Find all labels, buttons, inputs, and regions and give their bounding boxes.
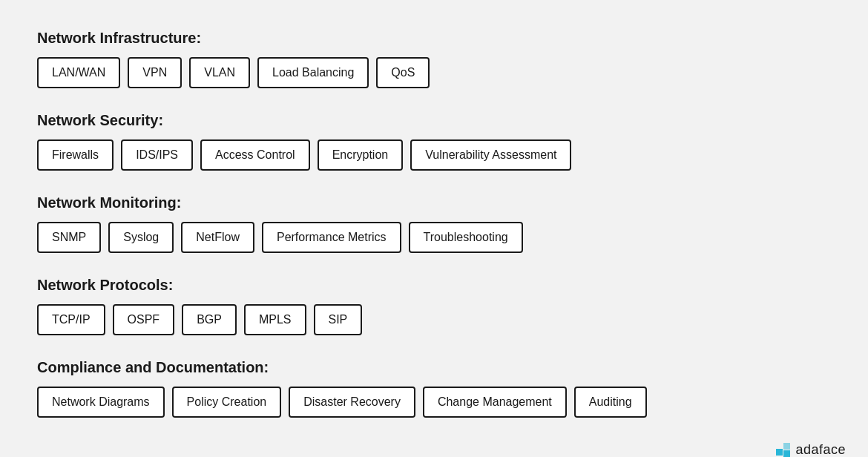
tag-policy-creation[interactable]: Policy Creation (172, 387, 282, 418)
tag-ospf[interactable]: OSPF (113, 304, 175, 335)
tag-tcp-ip[interactable]: TCP/IP (37, 304, 105, 335)
section-title-network-infrastructure: Network Infrastructure: (37, 30, 831, 47)
tag-syslog[interactable]: Syslog (108, 222, 174, 253)
svg-rect-0 (776, 449, 783, 456)
svg-rect-2 (783, 450, 790, 457)
section-title-network-protocols: Network Protocols: (37, 277, 831, 294)
tag-disaster-recovery[interactable]: Disaster Recovery (289, 387, 415, 418)
section-network-infrastructure: Network Infrastructure:LAN/WANVPNVLANLoa… (37, 30, 831, 88)
section-title-network-security: Network Security: (37, 112, 831, 129)
tag-firewalls[interactable]: Firewalls (37, 139, 114, 171)
tag-ids-ips[interactable]: IDS/IPS (121, 139, 193, 171)
tag-network-diagrams[interactable]: Network Diagrams (37, 387, 165, 418)
tag-bgp[interactable]: BGP (182, 304, 237, 335)
section-title-compliance-documentation: Compliance and Documentation: (37, 359, 831, 376)
tags-network-protocols: TCP/IPOSPFBGPMPLSSIP (37, 304, 831, 335)
tag-vpn[interactable]: VPN (128, 57, 182, 88)
tag-vlan[interactable]: VLAN (189, 57, 250, 88)
tag-snmp[interactable]: SNMP (37, 222, 101, 253)
tags-compliance-documentation: Network DiagramsPolicy CreationDisaster … (37, 387, 831, 418)
tag-auditing[interactable]: Auditing (574, 387, 647, 418)
tag-troubleshooting[interactable]: Troubleshooting (409, 222, 523, 253)
adaface-logo-icon (776, 443, 791, 458)
section-title-network-monitoring: Network Monitoring: (37, 194, 831, 211)
tag-lan-wan[interactable]: LAN/WAN (37, 57, 120, 88)
section-compliance-documentation: Compliance and Documentation:Network Dia… (37, 359, 831, 418)
tag-performance-metrics[interactable]: Performance Metrics (262, 222, 401, 253)
tags-network-infrastructure: LAN/WANVPNVLANLoad BalancingQoS (37, 57, 831, 88)
tags-network-security: FirewallsIDS/IPSAccess ControlEncryption… (37, 139, 831, 171)
tag-sip[interactable]: SIP (314, 304, 363, 335)
tag-netflow[interactable]: NetFlow (181, 222, 254, 253)
tag-vulnerability-assessment[interactable]: Vulnerability Assessment (410, 139, 571, 171)
section-network-monitoring: Network Monitoring:SNMPSyslogNetFlowPerf… (37, 194, 831, 253)
tag-load-balancing[interactable]: Load Balancing (257, 57, 369, 88)
section-network-security: Network Security:FirewallsIDS/IPSAccess … (37, 112, 831, 171)
tag-qos[interactable]: QoS (376, 57, 430, 88)
tag-mpls[interactable]: MPLS (244, 304, 306, 335)
branding: adaface (776, 442, 846, 457)
tag-access-control[interactable]: Access Control (200, 139, 310, 171)
section-network-protocols: Network Protocols:TCP/IPOSPFBGPMPLSSIP (37, 277, 831, 335)
tag-change-management[interactable]: Change Management (423, 387, 567, 418)
svg-rect-1 (783, 443, 790, 450)
tag-encryption[interactable]: Encryption (318, 139, 404, 171)
tags-network-monitoring: SNMPSyslogNetFlowPerformance MetricsTrou… (37, 222, 831, 253)
branding-text: adaface (795, 442, 846, 457)
